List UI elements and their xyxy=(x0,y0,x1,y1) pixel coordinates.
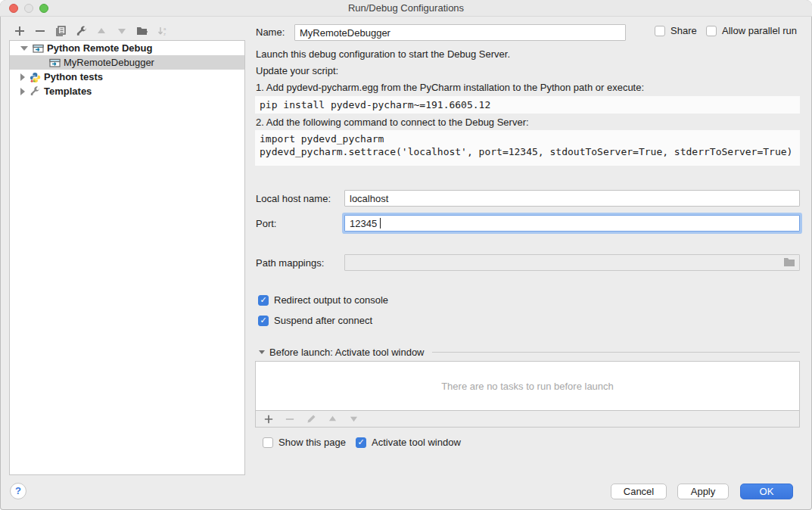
question-mark-icon: ? xyxy=(15,485,21,496)
before-launch-task-list[interactable]: There are no tasks to run before launch xyxy=(255,361,800,411)
add-configuration-icon[interactable] xyxy=(14,25,26,37)
titlebar: Run/Debug Configurations xyxy=(0,0,812,17)
settrace-code-line1: import pydevd_pycharm xyxy=(260,133,384,145)
svg-text:z: z xyxy=(163,32,166,36)
activate-tool-window-label: Activate tool window xyxy=(372,437,461,448)
add-task-icon[interactable] xyxy=(263,413,275,425)
local-host-name-input[interactable] xyxy=(344,190,800,207)
path-mappings-input[interactable] xyxy=(344,254,800,271)
before-launch-title: Before launch: Activate tool window xyxy=(269,347,425,358)
tree-item-python-tests[interactable]: Python tests xyxy=(10,70,244,84)
templates-wrench-icon xyxy=(30,86,41,97)
copy-configuration-icon[interactable] xyxy=(54,25,67,37)
tree-item-label: Templates xyxy=(44,86,92,97)
move-up-icon[interactable] xyxy=(95,25,107,37)
python-tests-icon xyxy=(30,72,41,82)
tree-item-label: MyRemoteDebugger xyxy=(64,57,154,68)
name-input[interactable] xyxy=(294,24,626,41)
remove-task-icon[interactable] xyxy=(284,413,296,425)
path-mappings-label: Path mappings: xyxy=(256,257,324,269)
expand-arrow-icon[interactable] xyxy=(20,73,25,81)
expand-arrow-icon[interactable] xyxy=(20,88,25,95)
port-label: Port: xyxy=(256,218,276,229)
configurations-toolbar: az xyxy=(14,23,169,39)
tree-item-label: Python Remote Debug xyxy=(47,42,152,54)
browse-folder-icon[interactable] xyxy=(783,257,795,268)
allow-parallel-run-checkbox[interactable] xyxy=(706,26,717,36)
tree-item-templates[interactable]: Templates xyxy=(10,84,244,98)
tree-item-label: Python tests xyxy=(44,71,103,82)
intro-text: Launch this debug configuration to start… xyxy=(256,48,510,60)
before-launch-toolbar xyxy=(255,411,800,428)
run-debug-configurations-dialog: Run/Debug Configurations az xyxy=(0,0,812,510)
edit-task-pencil-icon[interactable] xyxy=(305,413,317,425)
port-input[interactable] xyxy=(344,215,800,232)
step1-text: 1. Add pydevd-pycharm.egg from the PyCha… xyxy=(256,82,644,93)
remote-debug-config-icon xyxy=(33,43,44,54)
update-script-text: Update your script: xyxy=(256,65,338,76)
no-tasks-text: There are no tasks to run before launch xyxy=(441,381,614,392)
suspend-after-connect-label: Suspend after connect xyxy=(274,315,372,326)
pip-install-code: pip install pydevd-pycharm~=191.6605.12 xyxy=(255,96,800,114)
port-field-wrapper xyxy=(344,215,800,232)
svg-text:a: a xyxy=(163,26,166,31)
allow-parallel-run-checkbox-row: Allow parallel run xyxy=(706,25,797,36)
share-checkbox[interactable] xyxy=(655,26,665,36)
share-label: Share xyxy=(670,25,697,36)
redirect-output-row: Redirect output to console xyxy=(258,294,388,306)
sort-configurations-icon[interactable]: az xyxy=(157,25,169,37)
dialog-footer: ? Cancel Apply OK xyxy=(0,478,812,510)
remove-configuration-icon[interactable] xyxy=(34,25,46,37)
redirect-output-label: Redirect output to console xyxy=(274,294,388,306)
separator-line xyxy=(432,352,800,353)
redirect-output-checkbox[interactable] xyxy=(258,295,269,306)
suspend-after-connect-row: Suspend after connect xyxy=(258,315,372,326)
tree-item-python-remote-debug[interactable]: Python Remote Debug xyxy=(10,41,244,55)
help-button[interactable]: ? xyxy=(10,483,26,499)
show-this-page-label: Show this page xyxy=(278,437,346,448)
tree-item-myremotedebugger[interactable]: MyRemoteDebugger xyxy=(10,55,244,70)
configuration-settings-panel: Name: Share Allow parallel run Launch th… xyxy=(255,17,800,478)
settrace-code-line2: pydevd_pycharm.settrace('localhost', por… xyxy=(260,146,792,157)
share-checkbox-row: Share xyxy=(655,25,697,36)
name-label: Name: xyxy=(256,26,285,38)
ok-button[interactable]: OK xyxy=(740,484,793,499)
move-task-down-icon[interactable] xyxy=(347,413,359,425)
activate-tool-window-row: Activate tool window xyxy=(356,437,461,448)
collapse-arrow-icon[interactable] xyxy=(259,350,265,354)
move-task-up-icon[interactable] xyxy=(326,413,338,425)
window-title: Run/Debug Configurations xyxy=(0,2,812,14)
create-folder-icon[interactable] xyxy=(136,25,148,37)
show-this-page-row: Show this page xyxy=(263,437,346,448)
move-down-icon[interactable] xyxy=(116,25,128,37)
suspend-after-connect-checkbox[interactable] xyxy=(258,316,269,326)
settrace-code: import pydevd_pycharmpydevd_pycharm.sett… xyxy=(255,130,800,166)
apply-button[interactable]: Apply xyxy=(677,484,729,499)
collapse-arrow-icon[interactable] xyxy=(20,46,28,51)
before-launch-header[interactable]: Before launch: Activate tool window xyxy=(255,347,800,358)
step2-text: 2. Add the following command to connect … xyxy=(256,117,529,128)
activate-tool-window-checkbox[interactable] xyxy=(356,437,366,448)
remote-debug-config-icon xyxy=(49,58,61,68)
show-this-page-checkbox[interactable] xyxy=(263,437,273,448)
configurations-tree: Python Remote Debug MyRemoteDebugger Pyt… xyxy=(9,40,245,475)
edit-templates-wrench-icon[interactable] xyxy=(75,25,87,37)
allow-parallel-run-label: Allow parallel run xyxy=(722,25,797,36)
local-host-name-label: Local host name: xyxy=(256,193,331,204)
text-caret xyxy=(380,218,381,229)
cancel-button[interactable]: Cancel xyxy=(611,484,667,499)
